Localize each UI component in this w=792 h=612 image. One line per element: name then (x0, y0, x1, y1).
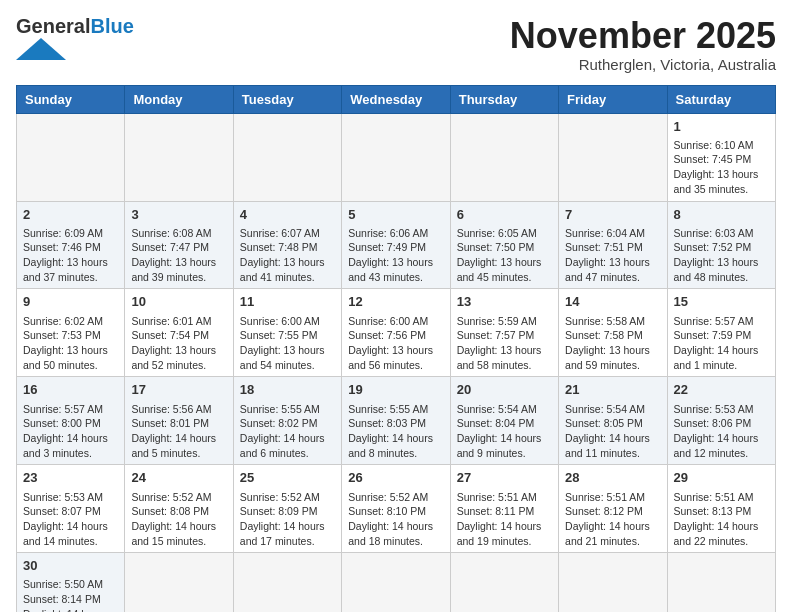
day-info: Sunrise: 5:56 AM Sunset: 8:01 PM Dayligh… (131, 402, 226, 461)
calendar-cell: 7Sunrise: 6:04 AM Sunset: 7:51 PM Daylig… (559, 201, 667, 289)
day-info: Sunrise: 5:52 AM Sunset: 8:09 PM Dayligh… (240, 490, 335, 549)
day-info: Sunrise: 5:51 AM Sunset: 8:12 PM Dayligh… (565, 490, 660, 549)
calendar-cell: 19Sunrise: 5:55 AM Sunset: 8:03 PM Dayli… (342, 377, 450, 465)
weekday-header-thursday: Thursday (450, 85, 558, 113)
day-info: Sunrise: 5:57 AM Sunset: 7:59 PM Dayligh… (674, 314, 769, 373)
day-number: 3 (131, 206, 226, 224)
day-info: Sunrise: 5:50 AM Sunset: 8:14 PM Dayligh… (23, 577, 118, 612)
calendar-week-1: 1Sunrise: 6:10 AM Sunset: 7:45 PM Daylig… (17, 113, 776, 201)
calendar-week-2: 2Sunrise: 6:09 AM Sunset: 7:46 PM Daylig… (17, 201, 776, 289)
calendar-cell (559, 113, 667, 201)
calendar-week-6: 30Sunrise: 5:50 AM Sunset: 8:14 PM Dayli… (17, 553, 776, 612)
calendar-cell: 28Sunrise: 5:51 AM Sunset: 8:12 PM Dayli… (559, 465, 667, 553)
day-number: 6 (457, 206, 552, 224)
day-info: Sunrise: 6:00 AM Sunset: 7:55 PM Dayligh… (240, 314, 335, 373)
day-number: 7 (565, 206, 660, 224)
calendar-cell: 27Sunrise: 5:51 AM Sunset: 8:11 PM Dayli… (450, 465, 558, 553)
calendar-cell: 15Sunrise: 5:57 AM Sunset: 7:59 PM Dayli… (667, 289, 775, 377)
calendar-cell (450, 113, 558, 201)
calendar-cell (450, 553, 558, 612)
calendar-week-5: 23Sunrise: 5:53 AM Sunset: 8:07 PM Dayli… (17, 465, 776, 553)
calendar-cell: 1Sunrise: 6:10 AM Sunset: 7:45 PM Daylig… (667, 113, 775, 201)
page-header: GeneralBlue November 2025 Rutherglen, Vi… (16, 16, 776, 73)
day-number: 4 (240, 206, 335, 224)
calendar-cell: 26Sunrise: 5:52 AM Sunset: 8:10 PM Dayli… (342, 465, 450, 553)
calendar-week-4: 16Sunrise: 5:57 AM Sunset: 8:00 PM Dayli… (17, 377, 776, 465)
logo-icon-svg (16, 38, 66, 60)
calendar-header-row: SundayMondayTuesdayWednesdayThursdayFrid… (17, 85, 776, 113)
calendar-cell: 18Sunrise: 5:55 AM Sunset: 8:02 PM Dayli… (233, 377, 341, 465)
day-number: 27 (457, 469, 552, 487)
day-info: Sunrise: 6:06 AM Sunset: 7:49 PM Dayligh… (348, 226, 443, 285)
day-info: Sunrise: 6:08 AM Sunset: 7:47 PM Dayligh… (131, 226, 226, 285)
calendar-cell: 13Sunrise: 5:59 AM Sunset: 7:57 PM Dayli… (450, 289, 558, 377)
month-title: November 2025 (510, 16, 776, 56)
calendar-cell: 17Sunrise: 5:56 AM Sunset: 8:01 PM Dayli… (125, 377, 233, 465)
day-number: 2 (23, 206, 118, 224)
weekday-header-friday: Friday (559, 85, 667, 113)
day-info: Sunrise: 6:10 AM Sunset: 7:45 PM Dayligh… (674, 138, 769, 197)
day-info: Sunrise: 5:57 AM Sunset: 8:00 PM Dayligh… (23, 402, 118, 461)
day-number: 1 (674, 118, 769, 136)
day-number: 11 (240, 293, 335, 311)
day-number: 28 (565, 469, 660, 487)
calendar-cell (17, 113, 125, 201)
day-number: 18 (240, 381, 335, 399)
day-info: Sunrise: 5:53 AM Sunset: 8:06 PM Dayligh… (674, 402, 769, 461)
day-info: Sunrise: 5:55 AM Sunset: 8:02 PM Dayligh… (240, 402, 335, 461)
day-info: Sunrise: 5:59 AM Sunset: 7:57 PM Dayligh… (457, 314, 552, 373)
day-info: Sunrise: 6:09 AM Sunset: 7:46 PM Dayligh… (23, 226, 118, 285)
calendar-cell: 10Sunrise: 6:01 AM Sunset: 7:54 PM Dayli… (125, 289, 233, 377)
day-info: Sunrise: 5:53 AM Sunset: 8:07 PM Dayligh… (23, 490, 118, 549)
calendar-cell: 29Sunrise: 5:51 AM Sunset: 8:13 PM Dayli… (667, 465, 775, 553)
day-number: 26 (348, 469, 443, 487)
day-info: Sunrise: 6:00 AM Sunset: 7:56 PM Dayligh… (348, 314, 443, 373)
weekday-header-wednesday: Wednesday (342, 85, 450, 113)
calendar-cell: 23Sunrise: 5:53 AM Sunset: 8:07 PM Dayli… (17, 465, 125, 553)
calendar-cell: 14Sunrise: 5:58 AM Sunset: 7:58 PM Dayli… (559, 289, 667, 377)
day-info: Sunrise: 6:05 AM Sunset: 7:50 PM Dayligh… (457, 226, 552, 285)
day-number: 9 (23, 293, 118, 311)
day-info: Sunrise: 5:52 AM Sunset: 8:10 PM Dayligh… (348, 490, 443, 549)
day-number: 5 (348, 206, 443, 224)
day-number: 17 (131, 381, 226, 399)
day-number: 19 (348, 381, 443, 399)
calendar-cell: 30Sunrise: 5:50 AM Sunset: 8:14 PM Dayli… (17, 553, 125, 612)
calendar-cell (342, 113, 450, 201)
day-number: 15 (674, 293, 769, 311)
day-info: Sunrise: 6:04 AM Sunset: 7:51 PM Dayligh… (565, 226, 660, 285)
day-info: Sunrise: 5:54 AM Sunset: 8:04 PM Dayligh… (457, 402, 552, 461)
day-number: 29 (674, 469, 769, 487)
svg-marker-0 (16, 38, 66, 60)
title-block: November 2025 Rutherglen, Victoria, Aust… (510, 16, 776, 73)
calendar-cell: 6Sunrise: 6:05 AM Sunset: 7:50 PM Daylig… (450, 201, 558, 289)
calendar-cell: 16Sunrise: 5:57 AM Sunset: 8:00 PM Dayli… (17, 377, 125, 465)
day-info: Sunrise: 5:58 AM Sunset: 7:58 PM Dayligh… (565, 314, 660, 373)
calendar-cell: 21Sunrise: 5:54 AM Sunset: 8:05 PM Dayli… (559, 377, 667, 465)
day-info: Sunrise: 5:51 AM Sunset: 8:13 PM Dayligh… (674, 490, 769, 549)
calendar-cell (233, 553, 341, 612)
calendar-cell: 20Sunrise: 5:54 AM Sunset: 8:04 PM Dayli… (450, 377, 558, 465)
day-number: 21 (565, 381, 660, 399)
calendar-cell: 24Sunrise: 5:52 AM Sunset: 8:08 PM Dayli… (125, 465, 233, 553)
calendar-cell (125, 553, 233, 612)
calendar-cell (125, 113, 233, 201)
day-info: Sunrise: 5:51 AM Sunset: 8:11 PM Dayligh… (457, 490, 552, 549)
calendar-cell: 5Sunrise: 6:06 AM Sunset: 7:49 PM Daylig… (342, 201, 450, 289)
day-number: 14 (565, 293, 660, 311)
calendar-cell (667, 553, 775, 612)
day-number: 13 (457, 293, 552, 311)
calendar-cell: 4Sunrise: 6:07 AM Sunset: 7:48 PM Daylig… (233, 201, 341, 289)
location: Rutherglen, Victoria, Australia (510, 56, 776, 73)
day-number: 20 (457, 381, 552, 399)
logo-general: GeneralBlue (16, 16, 134, 36)
weekday-header-tuesday: Tuesday (233, 85, 341, 113)
day-info: Sunrise: 5:52 AM Sunset: 8:08 PM Dayligh… (131, 490, 226, 549)
calendar-cell: 8Sunrise: 6:03 AM Sunset: 7:52 PM Daylig… (667, 201, 775, 289)
day-number: 16 (23, 381, 118, 399)
day-number: 10 (131, 293, 226, 311)
day-info: Sunrise: 6:01 AM Sunset: 7:54 PM Dayligh… (131, 314, 226, 373)
weekday-header-saturday: Saturday (667, 85, 775, 113)
day-number: 22 (674, 381, 769, 399)
calendar-cell (342, 553, 450, 612)
